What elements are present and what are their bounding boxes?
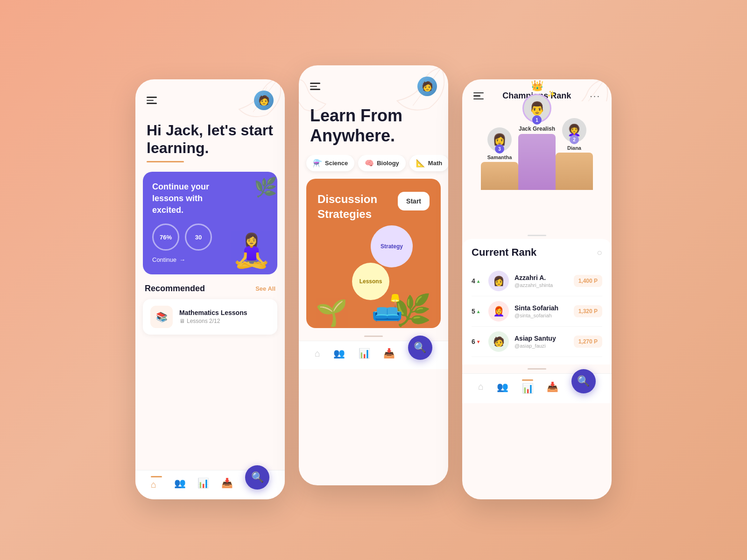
podium-name-2: Diana xyxy=(567,145,581,151)
avatar-2[interactable]: 🧑 xyxy=(417,77,437,96)
rank-badge-1: 1 xyxy=(532,115,542,125)
rank-user-name-4: Azzahri A. xyxy=(514,274,568,281)
phone-screen-1: 🧑 Hi Jack, let's start learning. Continu… xyxy=(135,79,285,499)
current-rank-title: Current Rank xyxy=(472,246,536,259)
nav-home[interactable]: ⌂ xyxy=(151,476,162,490)
scroll-indicator xyxy=(364,336,383,337)
rank-avatar-5: 👩‍🦰 xyxy=(488,301,509,322)
nav-add-user-2[interactable]: 👥 xyxy=(333,348,345,359)
rank-avatar-6: 🧑 xyxy=(488,331,509,352)
lesson-icon: 📚 xyxy=(150,306,173,328)
lesson-sub: 🖥Lessons 2/12 xyxy=(179,318,247,324)
rank-badge-3: 3 xyxy=(495,144,504,154)
phone-screen-3: Champions Rank ··· 👩 3 Samantha 👑 ✨ 👨 1 xyxy=(462,79,612,499)
bottom-nav-3: ⌂ 👥 📊 📥 🔍 xyxy=(462,373,612,403)
search-fab-2[interactable]: 🔍 xyxy=(408,336,432,360)
rank-user-info-4: Azzahri A. @azzahri_shinta xyxy=(514,274,568,288)
rank-search-icon[interactable]: ○ xyxy=(597,247,602,258)
nav-inbox-2[interactable]: 📥 xyxy=(383,348,395,359)
menu-icon-2[interactable] xyxy=(310,83,320,90)
rank-number-5: 5▲ xyxy=(472,308,483,315)
discussion-card[interactable]: Discussion Strategies Start Strategy Les… xyxy=(306,179,441,328)
podium-2nd: 👩‍🦱 2 Diana xyxy=(556,118,593,190)
rank-user-name-6: Asiap Santuy xyxy=(514,335,568,342)
rank-user-handle-6: @asiap_fauzi xyxy=(514,343,568,349)
rank-user-info-5: Sinta Sofariah @sinta_sofariah xyxy=(514,304,568,318)
podium-bar-2 xyxy=(556,153,593,190)
rank-user-handle-5: @sinta_sofariah xyxy=(514,313,568,318)
nav-home-3[interactable]: ⌂ xyxy=(478,381,484,392)
card-illustration: 🧘‍♀️ xyxy=(231,231,272,270)
podium-name-1: Jack Grealish xyxy=(519,126,555,132)
podium-bar-1 xyxy=(518,134,556,190)
nav-leaderboard-3[interactable]: 📊 xyxy=(522,379,534,394)
rank-points-5: 1,320 P xyxy=(574,305,602,317)
current-rank-section: Current Rank ○ 4▲ 👩 Azzahri A. @azzahri_… xyxy=(462,239,612,364)
more-options[interactable]: ··· xyxy=(590,91,600,101)
rank-row-6: 6▼ 🧑 Asiap Santuy @asiap_fauzi 1,270 P xyxy=(472,327,602,357)
nav-home-2[interactable]: ⌂ xyxy=(315,348,320,359)
nav-add-user[interactable]: 👥 xyxy=(174,477,186,489)
rank-number-6: 6▼ xyxy=(472,338,483,345)
see-all-link[interactable]: See All xyxy=(255,285,275,292)
categories-row: ⚗️Science 🧠Biology 📐Math xyxy=(299,155,448,179)
bottom-nav-2: ⌂ 👥 📊 📥 🔍 xyxy=(299,341,448,369)
podium-bar-3 xyxy=(481,162,518,190)
podium-area: 👩 3 Samantha 👑 ✨ 👨 1 Jack Grealish xyxy=(462,101,612,232)
rank-section-header: Current Rank ○ xyxy=(472,246,602,259)
rank-user-info-6: Asiap Santuy @asiap_fauzi xyxy=(514,335,568,349)
phone1-header: 🧑 xyxy=(135,79,285,110)
nav-leaderboard[interactable]: 📊 xyxy=(197,477,209,489)
rank-badge-2: 2 xyxy=(570,135,579,144)
rank-row-5: 5▲ 👩‍🦰 Sinta Sofariah @sinta_sofariah 1,… xyxy=(472,296,602,327)
category-science[interactable]: ⚗️Science xyxy=(306,155,354,171)
card-text: Continue your lessons with excited. xyxy=(152,181,218,217)
phone-screen-2: 🧑 Learn From Anywhere. ⚗️Science 🧠Biolog… xyxy=(299,65,448,485)
rank-points-4: 1,400 P xyxy=(574,275,602,287)
plant-icon: 🌿 xyxy=(254,176,277,198)
section-divider xyxy=(528,235,546,236)
search-fab[interactable]: 🔍 xyxy=(245,465,269,490)
greeting-underline xyxy=(147,161,184,162)
sparkle-icon: ✨ xyxy=(547,90,555,98)
menu-icon-3[interactable] xyxy=(473,92,484,100)
figure-reading: 🛋️ xyxy=(371,293,403,323)
greeting-text: Hi Jack, let's start learning. xyxy=(135,110,285,157)
lesson-title: Mathematics Lessons xyxy=(179,309,247,316)
nav-add-user-3[interactable]: 👥 xyxy=(497,381,508,392)
crown-icon: 👑 xyxy=(531,80,543,92)
podium-container: 👩 3 Samantha 👑 ✨ 👨 1 Jack Grealish xyxy=(472,106,602,190)
category-biology[interactable]: 🧠Biology xyxy=(358,155,406,171)
bottom-scroll-indicator xyxy=(528,368,546,370)
nav-inbox-3[interactable]: 📥 xyxy=(547,381,558,392)
podium-3rd: 👩 3 Samantha xyxy=(481,127,518,190)
rank-user-handle-4: @azzahri_shinta xyxy=(514,282,568,288)
progress-circle: 76% xyxy=(152,224,179,251)
start-button[interactable]: Start xyxy=(398,192,430,210)
rank-number-4: 4▲ xyxy=(472,277,483,285)
rank-row-4: 4▲ 👩 Azzahri A. @azzahri_shinta 1,400 P xyxy=(472,266,602,296)
main-title: Learn From Anywhere. xyxy=(299,96,448,155)
continue-lesson-card[interactable]: Continue your lessons with excited. 76% … xyxy=(143,172,277,274)
phone2-header: 🧑 xyxy=(299,65,448,96)
category-math[interactable]: 📐Math xyxy=(409,155,448,171)
avatar[interactable]: 🧑 xyxy=(254,91,274,110)
recommended-header: Recommended See All xyxy=(135,284,285,299)
menu-icon[interactable] xyxy=(147,97,157,104)
rank-avatar-4: 👩 xyxy=(488,271,509,291)
podium-1st: 👑 ✨ 👨 1 Jack Grealish xyxy=(518,94,556,190)
strategy-bubble: Strategy xyxy=(371,225,413,267)
recommended-title: Recommended xyxy=(145,284,205,294)
nav-leaderboard-2[interactable]: 📊 xyxy=(359,348,370,359)
search-fab-3[interactable]: 🔍 xyxy=(571,369,596,393)
rank-points-6: 1,270 P xyxy=(574,336,602,348)
plant-left: 🌱 xyxy=(316,298,348,328)
lesson-card[interactable]: 📚 Mathematics Lessons 🖥Lessons 2/12 xyxy=(143,299,277,335)
bottom-nav-1: ⌂ 👥 📊 📥 🔍 xyxy=(135,470,285,499)
podium-name-3: Samantha xyxy=(487,154,512,160)
nav-inbox[interactable]: 📥 xyxy=(221,477,233,489)
lesson-count-circle: 30 xyxy=(185,224,212,251)
rank-user-name-5: Sinta Sofariah xyxy=(514,304,568,312)
discussion-title: Discussion Strategies xyxy=(317,192,383,221)
